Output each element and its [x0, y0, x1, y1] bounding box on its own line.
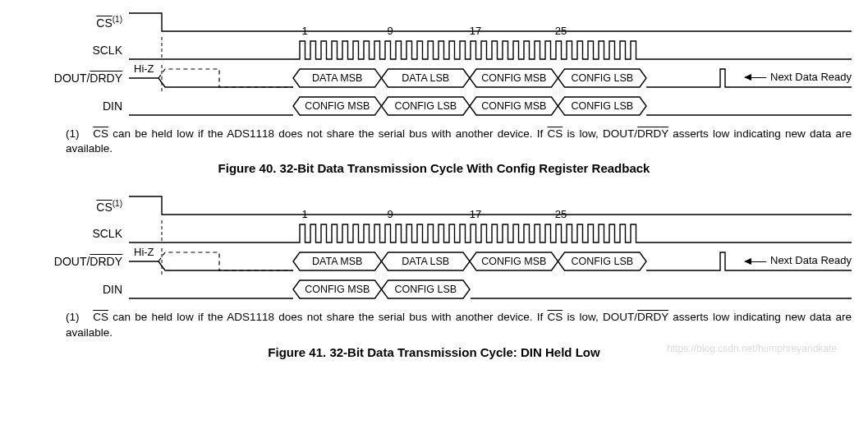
next-data-ready: Next Data Ready [745, 71, 852, 83]
row-din-41: DIN CONFIG MSBCONFIG LSB [16, 275, 852, 303]
svg-text:CONFIG MSB: CONFIG MSB [481, 72, 546, 84]
svg-text:CONFIG MSB: CONFIG MSB [481, 256, 546, 268]
wave-cs-41 [129, 192, 852, 219]
tick-25: 25 [555, 25, 567, 37]
hiz-label: Hi-Z [134, 62, 154, 75]
label-sclk-41: SCLK [16, 227, 129, 240]
next-data-ready-41: Next Data Ready [745, 254, 852, 266]
footnote-post: is low, DOUT/ [563, 127, 637, 140]
caption-41: Figure 41. 32-Bit Data Transmission Cycl… [16, 345, 852, 359]
label-dout: DOUT/DRDY [16, 72, 129, 85]
drdy-text-41: DRDY [90, 255, 122, 268]
next-ready-text-41: Next Data Ready [770, 254, 852, 266]
svg-text:CONFIG MSB: CONFIG MSB [481, 100, 546, 112]
svg-text:CONFIG LSB: CONFIG LSB [571, 256, 633, 268]
cs-sup-41: (1) [113, 199, 122, 208]
row-sclk: SCLK 1 9 17 25 [16, 36, 852, 64]
svg-text:DATA MSB: DATA MSB [312, 72, 362, 84]
figure-40: CS(1) SCLK 1 9 17 25 [16, 8, 852, 175]
svg-text:CONFIG MSB: CONFIG MSB [305, 284, 370, 296]
arrow-icon-41 [745, 261, 766, 262]
cs-text: CS [96, 16, 112, 30]
tick-25-41: 25 [555, 208, 567, 220]
next-ready-text: Next Data Ready [770, 71, 852, 83]
footnote-cs2-41: CS [548, 311, 563, 323]
svg-text:DATA MSB: DATA MSB [312, 256, 362, 268]
row-din: DIN CONFIG MSBCONFIG LSBCONFIG MSBCONFIG… [16, 92, 852, 120]
label-din: DIN [16, 99, 129, 113]
wave-cs [129, 8, 852, 36]
footnote-cs1: CS [93, 127, 108, 140]
label-sclk: SCLK [16, 44, 129, 57]
svg-text:DATA LSB: DATA LSB [402, 256, 449, 268]
row-sclk-41: SCLK 1 9 17 25 [16, 219, 852, 247]
cs-text-41: CS [96, 200, 112, 213]
wave-din-41: CONFIG MSBCONFIG LSB [129, 275, 852, 303]
svg-text:CONFIG LSB: CONFIG LSB [571, 72, 633, 84]
wave-sclk: 1 9 17 25 [129, 36, 852, 64]
footnote-drdy-41: DRDY [637, 311, 668, 323]
row-dout: DOUT/DRDY Hi-Z DATA MSBDATA LSBCONFIG MS… [16, 64, 852, 92]
footnote-num-41: (1) [66, 310, 89, 325]
caption-40: Figure 40. 32-Bit Data Transmission Cycl… [16, 161, 852, 175]
svg-text:CONFIG LSB: CONFIG LSB [394, 284, 457, 296]
label-cs-41: CS(1) [16, 199, 129, 214]
row-cs: CS(1) [16, 8, 852, 36]
footnote-pre: can be held low if the ADS1118 does not … [108, 127, 547, 140]
tick-1-41: 1 [301, 208, 307, 220]
hiz-label-41: Hi-Z [134, 246, 154, 258]
dout-prefix: DOUT/ [54, 72, 90, 85]
tick-17-41: 17 [470, 208, 481, 220]
tick-9-41: 9 [387, 208, 393, 220]
tick-9: 9 [387, 25, 393, 37]
svg-text:CONFIG LSB: CONFIG LSB [394, 100, 457, 112]
svg-text:DATA LSB: DATA LSB [402, 72, 449, 84]
footnote-post-41: is low, DOUT/ [563, 311, 637, 323]
footnote-num: (1) [66, 127, 89, 141]
timing-diagram-41: CS(1) SCLK 1 9 17 25 [16, 192, 852, 303]
footnote-drdy: DRDY [637, 127, 668, 140]
arrow-icon [745, 77, 766, 78]
svg-text:CONFIG MSB: CONFIG MSB [305, 100, 370, 112]
dout-prefix-41: DOUT/ [54, 255, 90, 268]
footnote-cs2: CS [548, 127, 563, 140]
drdy-text: DRDY [90, 72, 122, 85]
label-din-41: DIN [16, 283, 129, 296]
footnote-41: (1) CS can be held low if the ADS1118 do… [66, 310, 852, 339]
wave-sclk-41: 1 9 17 25 [129, 219, 852, 247]
wave-dout: Hi-Z DATA MSBDATA LSBCONFIG MSBCONFIG LS… [129, 64, 852, 92]
timing-diagram-40: CS(1) SCLK 1 9 17 25 [16, 8, 852, 120]
figure-41: CS(1) SCLK 1 9 17 25 [16, 192, 852, 358]
footnote-40: (1) CS can be held low if the ADS1118 do… [66, 127, 852, 156]
label-dout-41: DOUT/DRDY [16, 255, 129, 268]
tick-17: 17 [470, 25, 481, 37]
cs-sup: (1) [113, 15, 122, 24]
footnote-cs1-41: CS [93, 311, 108, 323]
wave-din: CONFIG MSBCONFIG LSBCONFIG MSBCONFIG LSB [129, 92, 852, 120]
row-dout-41: DOUT/DRDY Hi-Z DATA MSBDATA LSBCONFIG MS… [16, 247, 852, 275]
tick-1: 1 [301, 25, 307, 37]
footnote-pre-41: can be held low if the ADS1118 does not … [108, 311, 547, 323]
label-cs: CS(1) [16, 15, 129, 30]
wave-dout-41: Hi-Z DATA MSBDATA LSBCONFIG MSBCONFIG LS… [129, 247, 852, 275]
svg-text:CONFIG LSB: CONFIG LSB [571, 100, 633, 112]
row-cs-41: CS(1) [16, 192, 852, 219]
